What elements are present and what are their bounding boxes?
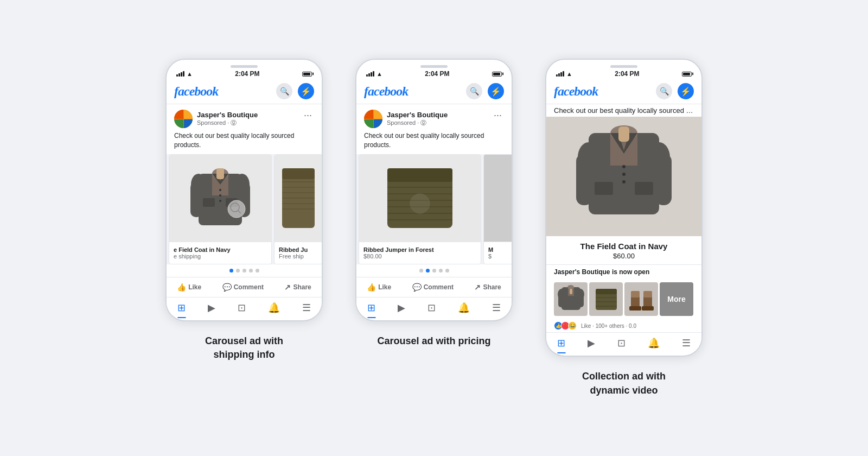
fb-header-icons-3: 🔍 ⚡ (656, 83, 694, 99)
nav-bell-2[interactable]: 🔔 (458, 302, 470, 314)
thumb-sweater-svg (591, 284, 621, 314)
thumb-2[interactable] (589, 282, 623, 316)
thumb-more[interactable]: More (660, 282, 693, 316)
carousel-item-1-0: e Field Coat in Navy e shipping (169, 154, 272, 264)
carousel-img-1-0 (169, 155, 271, 242)
nav-home-3[interactable]: ⊞ (557, 337, 565, 349)
comment-button-1[interactable]: 💬 Comment (218, 280, 268, 295)
share-button-1[interactable]: ↗ Share (280, 280, 315, 295)
carousel-img-1-1 (275, 155, 322, 242)
search-icon-1[interactable]: 🔍 (276, 83, 292, 99)
like-label-1: Like (188, 283, 201, 291)
carousel-item-sub-2-0: $80.00 (363, 253, 476, 259)
signal-bar-4 (183, 71, 184, 77)
collection-store-info: Jasper's Boutique is now open (546, 264, 701, 279)
messenger-icon-3[interactable]: ⚡ (678, 83, 694, 99)
like-button-2[interactable]: 👍 Like (362, 280, 395, 295)
svg-point-5 (219, 194, 221, 197)
svg-rect-7 (203, 198, 215, 207)
messenger-icon-1[interactable]: ⚡ (298, 83, 314, 99)
post-actions-2: 👍 Like 💬 Comment ↗ Share (356, 277, 512, 297)
nav-marketplace-2[interactable]: ⊡ (427, 302, 436, 314)
author-sub-2: Sponsored · ⓖ (387, 119, 448, 127)
svg-point-33 (410, 194, 430, 213)
nav-menu-2[interactable]: ☰ (492, 302, 501, 314)
signal-bars-1 (176, 71, 184, 77)
svg-rect-42 (635, 182, 653, 195)
svg-rect-46 (655, 154, 672, 205)
status-bar-1: ▲ 2:04 PM (167, 70, 322, 80)
fb-logo-1: facebook (174, 84, 218, 99)
search-icon-2[interactable]: 🔍 (466, 83, 482, 99)
comment-label-1: Comment (234, 283, 264, 291)
svg-rect-41 (595, 182, 613, 195)
nav-video-3[interactable]: ▶ (588, 337, 595, 349)
share-label-1: Share (293, 283, 311, 291)
svg-rect-54 (558, 292, 564, 307)
phone-notch-3 (546, 60, 701, 70)
nav-video-1[interactable]: ▶ (208, 302, 215, 314)
avatar-blocks-2 (364, 110, 382, 128)
nav-video-2[interactable]: ▶ (398, 302, 405, 314)
phone-frame-3: ▲ 2:04 PM facebook 🔍 ⚡ (545, 59, 703, 357)
dot-1-2 (242, 269, 246, 273)
collection-reactions: 👍 ❤️ 😂 Like · 100+ others · 0.0 (546, 319, 701, 332)
post-menu-1[interactable]: ··· (302, 110, 314, 121)
fb-header-1: facebook 🔍 ⚡ (167, 80, 322, 104)
comment-button-2[interactable]: 💬 Comment (408, 280, 458, 295)
svg-rect-11 (190, 182, 202, 217)
battery-fill-3 (683, 73, 690, 75)
status-right-2 (492, 72, 502, 77)
carousel-2: Ribbed Jumper in Forest $80.00 M $ (356, 154, 512, 264)
post-header-2: Jasper's Boutique Sponsored · ⓖ ··· (356, 104, 512, 131)
svg-rect-55 (578, 292, 584, 307)
dot-2-4 (445, 269, 449, 273)
author-sub-1: Sponsored · ⓖ (197, 119, 258, 127)
phone-wrapper-1: ▲ 2:04 PM facebook 🔍 ⚡ (165, 59, 323, 362)
like-icon-1: 👍 (177, 283, 186, 292)
nav-menu-3[interactable]: ☰ (682, 337, 691, 349)
phone-frame-1: ▲ 2:04 PM facebook 🔍 ⚡ (165, 59, 323, 321)
nav-marketplace-1[interactable]: ⊡ (238, 302, 246, 314)
post-text-2: Check out our best quality locally sourc… (356, 131, 512, 154)
nav-home-2[interactable]: ⊞ (367, 302, 375, 314)
dot-1-4 (256, 269, 259, 273)
wifi-icon-2: ▲ (376, 71, 382, 77)
status-time-1: 2:04 PM (235, 70, 259, 78)
search-icon-3[interactable]: 🔍 (656, 83, 672, 99)
messenger-icon-2[interactable]: ⚡ (488, 83, 504, 99)
carousel-item-sub-1-0: e shipping (174, 253, 267, 259)
phones-row: ▲ 2:04 PM facebook 🔍 ⚡ (165, 59, 703, 397)
dot-2-2 (432, 269, 436, 273)
thumb-1[interactable] (554, 282, 588, 316)
post-text-1: Check out our best quality locally sourc… (167, 131, 322, 154)
like-button-1[interactable]: 👍 Like (173, 280, 206, 295)
carousel-img-2-0 (359, 155, 481, 242)
fb-logo-2: facebook (364, 84, 408, 99)
nav-home-1[interactable]: ⊞ (177, 302, 186, 314)
reaction-icons: 👍 ❤️ 😂 (554, 321, 577, 330)
post-menu-2[interactable]: ··· (492, 110, 504, 121)
post-header-1: Jasper's Boutique Sponsored · ⓖ ··· (167, 104, 322, 131)
nav-menu-1[interactable]: ☰ (302, 302, 311, 314)
nav-marketplace-3[interactable]: ⊡ (617, 337, 626, 349)
carousel-item-2-0: Ribbed Jumper in Forest $80.00 (359, 154, 481, 264)
signal-bar-3 (181, 72, 182, 77)
battery-icon-1 (302, 72, 312, 77)
nav-bell-3[interactable]: 🔔 (648, 337, 660, 349)
carousel-item-sub-2-1: $ (488, 253, 511, 259)
nav-bell-1[interactable]: 🔔 (268, 302, 280, 314)
svg-rect-58 (596, 289, 617, 294)
battery-icon-2 (492, 72, 502, 77)
svg-point-38 (622, 165, 626, 168)
carousel-dots-1 (167, 264, 322, 277)
dot-1-0 (229, 269, 233, 273)
thumb-3[interactable] (624, 282, 658, 316)
status-bar-3: ▲ 2:04 PM (546, 70, 701, 80)
sweater-svg-2 (376, 160, 463, 236)
share-button-2[interactable]: ↗ Share (470, 280, 505, 295)
partial-text-3: Check out our best quality locally sourc… (546, 104, 701, 117)
svg-point-4 (219, 189, 221, 191)
phone-speaker-3 (610, 65, 637, 68)
author-name-1: Jasper's Boutique (197, 111, 258, 119)
